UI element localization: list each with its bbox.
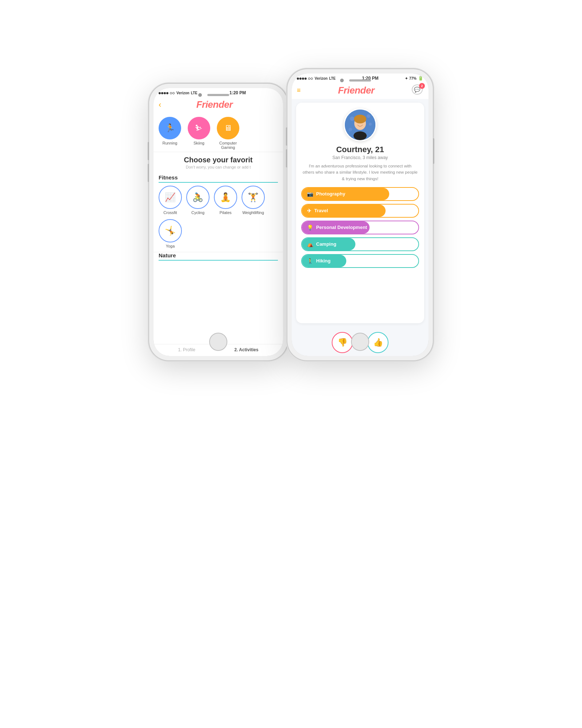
photography-label: Photography xyxy=(316,191,345,197)
scene: Verizon LTE 1:20 PM ‹ Friender xyxy=(127,55,455,673)
signal-dots-2 xyxy=(297,76,313,80)
choose-subtitle: Don't worry, you can change or add t xyxy=(159,165,278,169)
crossfit-label: Crossfit xyxy=(163,210,177,215)
skiing-label: Skiing xyxy=(194,141,204,145)
tab-profile[interactable]: 1. Profile xyxy=(178,347,195,352)
activities-screen: Verizon LTE 1:20 PM ‹ Friender xyxy=(154,88,283,356)
choose-section: Choose your favorit Don't worry, you can… xyxy=(154,152,283,171)
phone-1-screen: Verizon LTE 1:20 PM ‹ Friender xyxy=(154,88,283,356)
network-type-2: LTE xyxy=(329,76,336,80)
activity-item-gaming[interactable]: 🖥 ComputerGaming xyxy=(217,117,239,150)
interest-camping[interactable]: ⛺ Camping xyxy=(301,237,419,251)
dislike-button[interactable]: 👎 xyxy=(332,332,353,353)
camping-icon: ⛺ xyxy=(307,241,313,247)
avatar-image xyxy=(345,110,375,140)
hiking-content: 🚶 Hiking xyxy=(302,258,336,264)
yoga-icon: 🤸 xyxy=(159,219,182,242)
profile-bio: I'm an adventurous professional looking … xyxy=(301,163,419,182)
fitness-item-cycling[interactable]: 🚴 Cycling xyxy=(186,186,210,215)
phone-profile: Verizon LTE 1:20 PM ✦ 77% 🔋 ≡ Frie xyxy=(287,69,433,360)
phone-1-inner: Verizon LTE 1:20 PM ‹ Friender xyxy=(154,88,283,356)
profile-name: Courtney, 21 xyxy=(336,145,384,154)
svg-point-7 xyxy=(354,131,367,140)
travel-icon: ✈ xyxy=(307,208,311,214)
power-button-2[interactable] xyxy=(433,138,434,164)
running-label: Running xyxy=(163,141,178,145)
interest-personal-dev[interactable]: 💡 Personal Development xyxy=(301,221,419,234)
speaker xyxy=(207,94,229,96)
skiing-icon: ⛷ xyxy=(188,117,210,139)
personal-dev-label: Personal Development xyxy=(316,225,367,230)
svg-point-4 xyxy=(348,128,352,131)
weightlifting-label: Weightlifting xyxy=(242,210,264,215)
running-icon: 🏃 xyxy=(159,117,181,139)
nature-section: Nature xyxy=(154,252,283,264)
hiking-icon: 🚶 xyxy=(307,258,313,264)
volume-down-button-2[interactable] xyxy=(286,149,287,167)
battery-pct: 77% xyxy=(409,76,416,80)
front-camera-2 xyxy=(340,79,344,82)
travel-label: Travel xyxy=(314,208,328,213)
chat-button[interactable]: 💬 2 xyxy=(412,84,423,96)
app-logo-2: Friender xyxy=(338,85,374,96)
volume-up-button-2[interactable] xyxy=(286,127,287,146)
cycling-icon: 🚴 xyxy=(186,186,210,209)
fitness-item-yoga[interactable]: 🤸 Yoga xyxy=(159,219,182,248)
photography-content: 📷 Photography xyxy=(302,191,350,197)
header-2: ≡ Friender 💬 2 xyxy=(292,82,428,99)
svg-point-2 xyxy=(367,114,370,118)
travel-content: ✈ Travel xyxy=(302,208,333,214)
home-button-1[interactable] xyxy=(209,333,227,351)
profile-screen: Verizon LTE 1:20 PM ✦ 77% 🔋 ≡ Frie xyxy=(292,74,428,356)
home-button-2[interactable] xyxy=(351,333,369,351)
gaming-label: ComputerGaming xyxy=(219,141,237,150)
svg-point-1 xyxy=(350,116,354,121)
signal-dots-1 xyxy=(159,91,175,95)
interests-list: 📷 Photography ✈ Travel xyxy=(301,187,419,268)
battery-icon: 🔋 xyxy=(418,76,423,81)
activity-item-skiing[interactable]: ⛷ Skiing xyxy=(188,117,210,150)
profile-card: Courtney, 21 San Francisco, 3 miles away… xyxy=(296,103,424,323)
crossfit-icon: 📈 xyxy=(159,186,182,209)
gaming-icon: 🖥 xyxy=(217,117,239,139)
activity-item-running[interactable]: 🏃 Running xyxy=(159,117,181,150)
fitness-grid: 📈 Crossfit 🚴 Cycling 🧘 Pilates xyxy=(159,186,278,248)
personal-dev-icon: 💡 xyxy=(307,225,313,230)
photography-icon: 📷 xyxy=(307,191,313,197)
bluetooth-icon: ✦ xyxy=(405,76,408,80)
time-1: 1:20 PM xyxy=(230,90,246,95)
tab-activities[interactable]: 2. Activities xyxy=(234,347,258,352)
interest-hiking[interactable]: 🚶 Hiking xyxy=(301,254,419,268)
svg-point-6 xyxy=(354,115,366,123)
camping-label: Camping xyxy=(316,241,336,247)
chat-badge: 2 xyxy=(419,83,425,89)
header-1: ‹ Friender xyxy=(154,97,283,113)
svg-point-3 xyxy=(369,123,372,126)
pilates-icon: 🧘 xyxy=(214,186,237,209)
interest-photography[interactable]: 📷 Photography xyxy=(301,187,419,201)
front-camera xyxy=(198,93,202,97)
nature-category-label: Nature xyxy=(159,252,278,261)
fitness-item-crossfit[interactable]: 📈 Crossfit xyxy=(159,186,182,215)
phone-activities: Verizon LTE 1:20 PM ‹ Friender xyxy=(149,84,287,360)
choose-title: Choose your favorit xyxy=(159,156,278,164)
volume-up-button[interactable] xyxy=(148,142,149,160)
speaker-2 xyxy=(349,79,371,82)
menu-button[interactable]: ≡ xyxy=(297,87,301,94)
volume-down-button[interactable] xyxy=(148,164,149,182)
fitness-item-pilates[interactable]: 🧘 Pilates xyxy=(214,186,237,215)
like-button[interactable]: 👍 xyxy=(367,332,388,353)
cycling-label: Cycling xyxy=(191,210,204,215)
network-type-1: LTE xyxy=(191,91,198,95)
carrier-2: Verizon xyxy=(315,76,328,80)
camping-content: ⛺ Camping xyxy=(302,241,342,247)
fitness-item-weightlifting[interactable]: 🏋 Weightlifting xyxy=(242,186,265,215)
app-logo-1: Friender xyxy=(196,99,233,110)
profile-location: San Francisco, 3 miles away xyxy=(332,155,388,160)
phone-2-inner: Verizon LTE 1:20 PM ✦ 77% 🔋 ≡ Frie xyxy=(292,74,428,356)
fitness-category-label: Fitness xyxy=(159,174,278,183)
back-button[interactable]: ‹ xyxy=(159,100,161,110)
status-left-2: Verizon LTE xyxy=(297,76,336,80)
interest-travel[interactable]: ✈ Travel xyxy=(301,204,419,218)
pilates-label: Pilates xyxy=(219,210,231,215)
